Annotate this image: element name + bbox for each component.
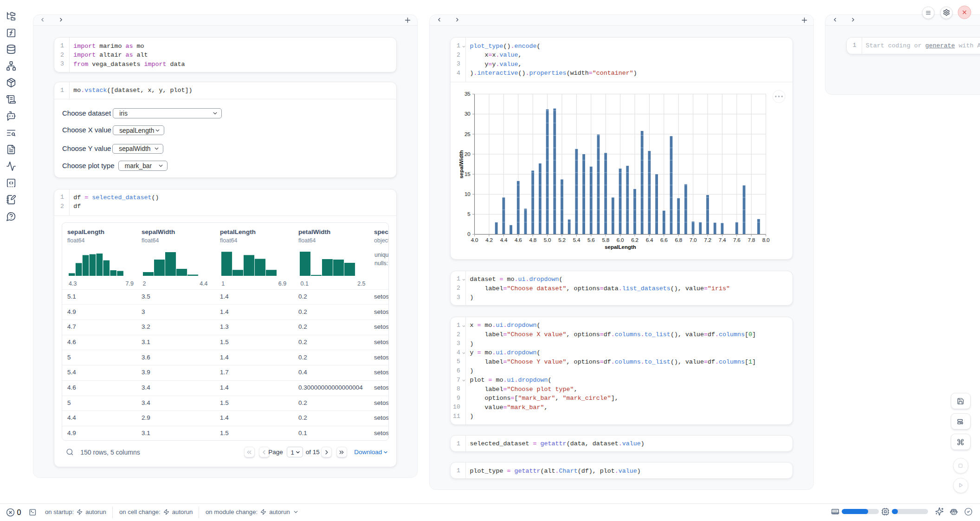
svg-text:4.2: 4.2 (486, 237, 493, 243)
svg-text:6.0: 6.0 (617, 237, 624, 243)
svg-text:10: 10 (464, 191, 471, 197)
svg-text:7.6: 7.6 (733, 237, 741, 243)
svg-text:6.6: 6.6 (660, 237, 668, 243)
svg-text:5.2: 5.2 (559, 237, 566, 243)
svg-text:5: 5 (468, 211, 471, 217)
svg-text:5.8: 5.8 (602, 237, 610, 243)
svg-text:sepalWidth: sepalWidth (458, 150, 464, 179)
svg-text:0: 0 (468, 231, 471, 238)
svg-text:5.0: 5.0 (544, 237, 551, 243)
svg-text:5.6: 5.6 (587, 237, 595, 243)
svg-text:4.6: 4.6 (515, 237, 522, 243)
svg-text:6.8: 6.8 (675, 237, 683, 243)
svg-text:7.0: 7.0 (690, 237, 697, 243)
svg-text:8.0: 8.0 (762, 237, 770, 243)
svg-text:20: 20 (464, 151, 471, 157)
svg-text:4.4: 4.4 (500, 237, 508, 243)
svg-text:7.4: 7.4 (719, 237, 726, 243)
svg-text:35: 35 (464, 91, 471, 98)
svg-text:5.4: 5.4 (573, 237, 580, 243)
svg-text:7.8: 7.8 (748, 237, 755, 243)
svg-text:25: 25 (464, 131, 471, 137)
svg-text:30: 30 (464, 111, 471, 117)
svg-text:15: 15 (464, 171, 471, 177)
svg-text:4.0: 4.0 (471, 237, 478, 243)
svg-text:6.2: 6.2 (632, 237, 639, 243)
svg-text:7.2: 7.2 (704, 237, 712, 243)
svg-text:6.4: 6.4 (646, 237, 653, 243)
svg-text:sepalLength: sepalLength (605, 244, 637, 250)
svg-text:4.8: 4.8 (529, 237, 537, 243)
